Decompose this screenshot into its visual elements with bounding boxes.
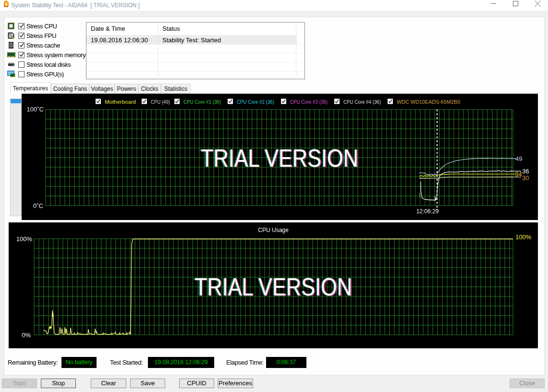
svg-text:TRIAL VERSION: TRIAL VERSION (201, 145, 358, 172)
svg-text:100%: 100% (16, 235, 33, 243)
svg-text:CPU Core #1 (36): CPU Core #1 (36) (183, 99, 221, 105)
svg-text:0%: 0% (22, 331, 31, 339)
svg-text:34: 34 (515, 171, 522, 178)
svg-text:12:06:29: 12:06:29 (416, 208, 439, 215)
svg-text:TRIAL VERSION: TRIAL VERSION (195, 273, 352, 301)
svg-text:100%: 100% (515, 233, 532, 241)
svg-text:36: 36 (522, 168, 529, 175)
svg-text:30: 30 (522, 174, 529, 182)
svg-text:CPU (49): CPU (49) (151, 99, 170, 105)
svg-text:CPU Usage: CPU Usage (258, 227, 289, 233)
svg-text:100˚C: 100˚C (27, 106, 44, 113)
svg-text:CPU Core #3 (36): CPU Core #3 (36) (290, 99, 328, 105)
svg-text:0˚C: 0˚C (33, 202, 43, 209)
svg-text:CPU Core #2 (36): CPU Core #2 (36) (237, 99, 274, 105)
svg-text:CPU Core #4 (36): CPU Core #4 (36) (343, 99, 381, 105)
svg-text:49: 49 (515, 155, 522, 162)
svg-text:WDC WD10EADS-65M2B0: WDC WD10EADS-65M2B0 (397, 99, 460, 105)
svg-text:Motherboard: Motherboard (105, 99, 136, 105)
